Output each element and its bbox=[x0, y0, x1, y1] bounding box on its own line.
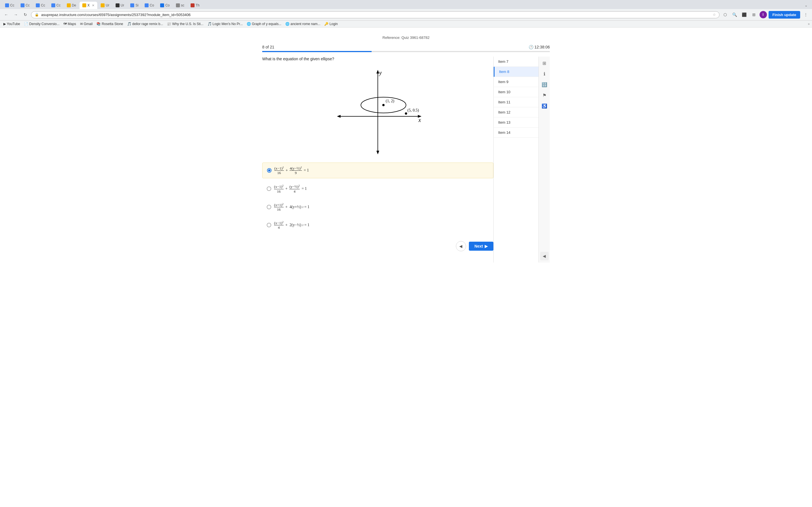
svg-text:(1, 2): (1, 2) bbox=[386, 99, 395, 103]
tab-5[interactable]: De bbox=[64, 2, 79, 9]
address-text: asuprepaz.instructure.com/courses/65975/… bbox=[41, 13, 711, 17]
sidebar-item-13[interactable]: Item 13 bbox=[494, 117, 539, 128]
svg-marker-2 bbox=[376, 151, 379, 154]
calculator-icon[interactable]: 🔢 bbox=[540, 80, 549, 89]
finish-update-button[interactable]: Finish update bbox=[769, 11, 801, 18]
tab-grid-icon[interactable]: ⊞ bbox=[750, 11, 758, 18]
profile-avatar[interactable]: I bbox=[760, 11, 767, 18]
bookmark-us[interactable]: 📰 Why the U.S. Is Sti... bbox=[166, 21, 204, 26]
radio-a[interactable] bbox=[267, 168, 271, 173]
ellipse-graph: y x (1, 2) (5, 0.5) bbox=[333, 66, 423, 156]
bookmark-star-icon[interactable]: ☆ bbox=[713, 13, 716, 17]
bookmark-logic[interactable]: 🎵 Logic Men's No Pr... bbox=[206, 21, 244, 26]
next-button[interactable]: Next ▶ bbox=[469, 242, 493, 251]
bookmarks-bar: ▶ YouTube 📄 Density Conversio... 🗺 Maps … bbox=[0, 20, 812, 27]
sidebar-item-12[interactable]: Item 12 bbox=[494, 107, 539, 117]
tab-more-button[interactable]: ⌄ bbox=[802, 2, 810, 8]
bookmark-maps[interactable]: 🗺 Maps bbox=[62, 21, 77, 26]
bookmark-graph[interactable]: 🌐 Graph of y equals... bbox=[246, 21, 283, 26]
tab-1[interactable]: Cc bbox=[2, 2, 17, 9]
quiz-time: 🕐 12:38:06 bbox=[529, 45, 550, 49]
tab-3[interactable]: Cc bbox=[33, 2, 48, 9]
tab-2[interactable]: Cc bbox=[18, 2, 33, 9]
bookmark-rosetta[interactable]: 📚 Rosetta Stone bbox=[95, 21, 124, 26]
sidebar-item-9[interactable]: Item 9 bbox=[494, 77, 539, 87]
reference-bar: Reference: Quiz 3961-68782 bbox=[262, 33, 550, 42]
sidebar-item-7[interactable]: Item 7 bbox=[494, 57, 539, 67]
bookmarks-more-button[interactable]: » bbox=[808, 22, 810, 26]
svg-text:y: y bbox=[378, 69, 382, 76]
tab-8[interactable]: Ur bbox=[113, 2, 127, 9]
reload-button[interactable]: ↻ bbox=[21, 11, 29, 18]
navigation-bar: ← → ↻ 🔒 asuprepaz.instructure.com/course… bbox=[0, 9, 812, 20]
tab-10[interactable]: Co bbox=[142, 2, 157, 9]
tab-12[interactable]: sc bbox=[173, 2, 187, 9]
tab-active[interactable]: X ✕ bbox=[80, 2, 97, 9]
info-icon[interactable]: ℹ bbox=[540, 69, 549, 78]
bottom-navigation: ◀ Next ▶ bbox=[262, 241, 493, 263]
answer-text-b: (x−1)216 + (y−½)24 = 1 bbox=[274, 184, 307, 193]
prev-button[interactable]: ◀ bbox=[456, 241, 466, 251]
svg-marker-1 bbox=[376, 70, 379, 73]
lock-icon: 🔒 bbox=[35, 13, 39, 17]
answer-text-d: (x−1)24 + 2(y−½)2 = 1 bbox=[274, 221, 310, 229]
reference-text: Reference: Quiz 3961-68782 bbox=[383, 36, 430, 40]
page-content: Reference: Quiz 3961-68782 8 of 21 🕐 12:… bbox=[251, 27, 561, 268]
tab-bar: Cc Cc Cc Cc De X ✕ Ur Ur bbox=[0, 0, 812, 9]
extensions-icon[interactable]: ⬛ bbox=[741, 11, 748, 18]
tab-11[interactable]: Co bbox=[157, 2, 172, 9]
grid-icon[interactable]: ⊞ bbox=[540, 59, 549, 67]
nav-actions: ⬡ 🔍 ⬛ ⊞ I Finish update ⋮ bbox=[721, 11, 810, 18]
answer-option-a[interactable]: (x−1)216 + 4(y−½)29 = 1 bbox=[262, 163, 493, 178]
bookmark-gmail[interactable]: ✉ Gmail bbox=[79, 21, 94, 26]
tab-9[interactable]: Si bbox=[128, 2, 141, 9]
flag-icon[interactable]: ⚑ bbox=[540, 91, 549, 100]
forward-button[interactable]: → bbox=[12, 11, 20, 18]
svg-text:x: x bbox=[418, 117, 421, 123]
clock-icon: 🕐 bbox=[529, 45, 534, 49]
quiz-body: What is the equation of the given ellips… bbox=[262, 57, 493, 263]
graph-area: y x (1, 2) (5, 0.5) bbox=[262, 66, 493, 156]
progress-bar-fill bbox=[262, 51, 371, 52]
bookmark-youtube[interactable]: ▶ YouTube bbox=[2, 21, 21, 26]
next-label: Next bbox=[474, 244, 483, 248]
answer-option-c[interactable]: (x+1)216 + 4(y+½)2 = 1 bbox=[262, 200, 493, 215]
answer-option-b[interactable]: (x−1)216 + (y−½)24 = 1 bbox=[262, 181, 493, 196]
radio-b[interactable] bbox=[267, 186, 271, 191]
radio-c[interactable] bbox=[267, 205, 271, 209]
bookmark-login[interactable]: 🔑 Login bbox=[323, 21, 339, 26]
address-bar[interactable]: 🔒 asuprepaz.instructure.com/courses/6597… bbox=[31, 11, 719, 18]
browser-chrome: Cc Cc Cc Cc De X ✕ Ur Ur bbox=[0, 0, 812, 27]
answer-text-c: (x+1)216 + 4(y+½)2 = 1 bbox=[274, 203, 310, 211]
back-button[interactable]: ← bbox=[2, 11, 10, 18]
question-text: What is the equation of the given ellips… bbox=[262, 57, 493, 61]
screenshot-icon[interactable]: ⬡ bbox=[721, 11, 729, 18]
sidebar-collapse-button[interactable]: ◀ bbox=[540, 252, 549, 260]
svg-point-11 bbox=[405, 112, 407, 115]
tab-13[interactable]: Th bbox=[188, 2, 202, 9]
svg-point-9 bbox=[382, 104, 385, 106]
sidebar-item-10[interactable]: Item 10 bbox=[494, 87, 539, 97]
svg-marker-5 bbox=[337, 115, 341, 118]
tab-4[interactable]: Cc bbox=[49, 2, 63, 9]
sidebar-icons: ⊞ ℹ 🔢 ⚑ ♿ ◀ bbox=[539, 57, 550, 263]
sidebar-item-11[interactable]: Item 11 bbox=[494, 97, 539, 107]
svg-text:(5, 0.5): (5, 0.5) bbox=[407, 108, 419, 113]
close-tab-icon[interactable]: ✕ bbox=[92, 4, 94, 7]
sidebar-item-8[interactable]: Item 8 bbox=[494, 67, 539, 77]
bookmark-rome[interactable]: 🌐 ancient rome nam... bbox=[284, 21, 321, 26]
answer-text-a: (x−1)216 + 4(y−½)29 = 1 bbox=[274, 166, 309, 175]
sidebar-item-14[interactable]: Item 14 bbox=[494, 128, 539, 138]
menu-button[interactable]: ⋮ bbox=[802, 11, 810, 18]
tab-7[interactable]: Ur bbox=[98, 2, 112, 9]
quiz-main: What is the equation of the given ellips… bbox=[262, 57, 550, 263]
radio-d[interactable] bbox=[267, 223, 271, 227]
answer-option-d[interactable]: (x−1)24 + 2(y−½)2 = 1 bbox=[262, 217, 493, 233]
bookmark-dellor[interactable]: 🎵 dellor rage remix b... bbox=[126, 21, 164, 26]
bookmark-density[interactable]: 📄 Density Conversio... bbox=[23, 21, 61, 26]
sidebar-items-list: Item 7 Item 8 Item 9 Item 10 Item 11 Ite… bbox=[494, 57, 539, 263]
answer-choices: (x−1)216 + 4(y−½)29 = 1 (x−1)216 + bbox=[262, 163, 493, 233]
search-icon[interactable]: 🔍 bbox=[731, 11, 739, 18]
quiz-header: 8 of 21 🕐 12:38:06 bbox=[262, 45, 550, 49]
accessibility-icon[interactable]: ♿ bbox=[540, 102, 549, 110]
